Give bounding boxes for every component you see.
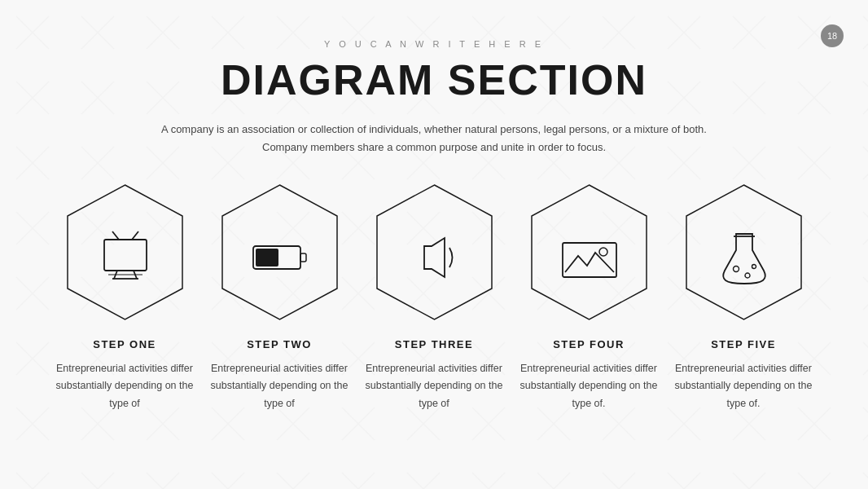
step-one-label: STEP ONE — [93, 338, 156, 350]
svg-marker-3 — [68, 185, 182, 319]
step-five: STEP FIVE Entrepreneurial activities dif… — [670, 181, 817, 412]
svg-rect-4 — [104, 240, 147, 271]
svg-marker-20 — [686, 185, 801, 319]
step-four-label: STEP FOUR — [553, 338, 625, 350]
step-three-description: Entrepreneurial activities differ substa… — [361, 360, 507, 412]
step-five-hexagon — [681, 181, 807, 324]
step-four: STEP FOUR Entrepreneurial activities dif… — [515, 181, 662, 412]
svg-point-23 — [745, 273, 750, 278]
svg-marker-11 — [222, 185, 337, 319]
svg-line-8 — [112, 231, 119, 240]
svg-line-9 — [132, 231, 138, 240]
step-one-description: Entrepreneurial activities differ substa… — [51, 360, 198, 412]
step-three: STEP THREE Entrepreneurial activities di… — [361, 181, 507, 412]
steps-container: STEP ONE Entrepreneurial activities diff… — [27, 181, 841, 412]
step-four-description: Entrepreneurial activities differ substa… — [515, 360, 662, 412]
svg-marker-15 — [377, 185, 492, 319]
step-one: STEP ONE Entrepreneurial activities diff… — [51, 181, 198, 412]
page-subtitle: Y O U C A N W R I T E H E R E — [324, 39, 544, 49]
page-title: DIAGRAM SECTION — [221, 55, 647, 104]
step-five-description: Entrepreneurial activities differ substa… — [670, 360, 817, 412]
svg-point-19 — [599, 248, 607, 256]
svg-marker-16 — [424, 238, 445, 277]
page-description: A company is an association or collectio… — [161, 121, 707, 156]
svg-marker-17 — [532, 185, 647, 319]
svg-rect-13 — [300, 253, 306, 262]
page-number: 18 — [821, 24, 844, 47]
step-three-hexagon — [371, 181, 498, 324]
step-five-label: STEP FIVE — [711, 338, 776, 350]
step-two-hexagon — [217, 181, 343, 324]
step-two-description: Entrepreneurial activities differ substa… — [206, 360, 353, 412]
step-four-hexagon — [526, 181, 652, 324]
step-two-label: STEP TWO — [247, 338, 312, 350]
step-two: STEP TWO Entrepreneurial activities diff… — [206, 181, 353, 412]
step-one-hexagon — [62, 181, 188, 324]
svg-point-22 — [733, 267, 739, 272]
step-three-label: STEP THREE — [395, 338, 473, 350]
svg-point-24 — [752, 265, 756, 269]
svg-rect-14 — [256, 249, 278, 267]
svg-rect-18 — [563, 243, 616, 277]
